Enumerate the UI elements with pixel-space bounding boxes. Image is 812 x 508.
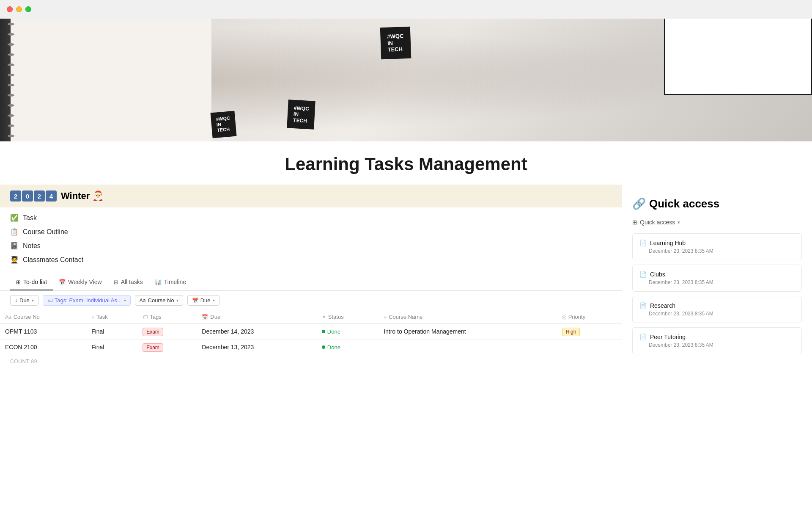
nav-item-classmates[interactable]: 🧑‍🎓 Classmates Contact xyxy=(0,253,622,267)
col-task[interactable]: ≡ Task xyxy=(86,310,137,324)
nav-item-notes[interactable]: 📓 Notes xyxy=(0,239,622,253)
cell-task-2: Final xyxy=(86,340,137,355)
col-course-name-icon: ≡ xyxy=(384,314,387,320)
left-panel: 2 0 2 4 Winter 🎅 ✅ Task 📋 Course Outline… xyxy=(0,185,622,508)
qa-card-title-peer-tutoring: 📄 Peer Tutoring xyxy=(639,334,795,340)
sticker-2: #WQCINTECH xyxy=(287,99,315,129)
qa-card-peer-tutoring[interactable]: 📄 Peer Tutoring December 23, 2023 8:35 A… xyxy=(632,327,802,354)
tab-weekly-label: Weekly View xyxy=(68,279,102,285)
col-tags-label: Tags xyxy=(150,314,161,320)
table-row[interactable]: ECON 2100 Final Exam December 13, 2023 D… xyxy=(0,340,622,355)
cell-course-name-2 xyxy=(379,340,557,355)
nav-item-course-outline[interactable]: 📋 Course Outline xyxy=(0,225,622,239)
col-course-name-label: Course Name xyxy=(389,314,422,320)
col-priority-label: Priority xyxy=(568,314,585,320)
calendar-icon: 📅 xyxy=(192,298,198,304)
cell-tags-1: Exam xyxy=(137,324,197,340)
qa-card-learning-hub[interactable]: 📄 Learning Hub December 23, 2023 8:35 AM xyxy=(632,233,802,260)
nav-items: ✅ Task 📋 Course Outline 📓 Notes 🧑‍🎓 Clas… xyxy=(0,207,622,270)
qa-title-learning-hub: Learning Hub xyxy=(650,240,686,246)
col-task-label: Task xyxy=(96,314,108,320)
qa-date-research: December 23, 2023 8:35 AM xyxy=(639,311,795,317)
qa-card-research[interactable]: 📄 Research December 23, 2023 8:35 AM xyxy=(632,296,802,323)
chevron-down-icon: ▾ xyxy=(32,298,34,303)
tasks-table: Aa Course No ≡ Task 🏷 xyxy=(0,310,622,355)
tab-timeline[interactable]: 📊 Timeline xyxy=(149,274,192,290)
tab-all-icon: ⊞ xyxy=(114,279,118,285)
qa-card-title-learning-hub: 📄 Learning Hub xyxy=(639,240,795,246)
notebook-decoration xyxy=(0,19,211,141)
qa-card-clubs[interactable]: 📄 Clubs December 23, 2023 8:35 AM xyxy=(632,265,802,292)
tab-weekly[interactable]: 📅 Weekly View xyxy=(53,274,108,290)
link-icon: 🔗 xyxy=(632,197,646,210)
doc-icon-peer-tutoring: 📄 xyxy=(639,334,647,340)
tab-todo[interactable]: ⊞ To-do list xyxy=(10,274,53,290)
table-container: Aa Course No ≡ Task 🏷 xyxy=(0,310,622,355)
tab-timeline-label: Timeline xyxy=(164,279,186,285)
col-course-name[interactable]: ≡ Course Name xyxy=(379,310,557,324)
tab-weekly-icon: 📅 xyxy=(59,279,66,285)
minimize-button[interactable] xyxy=(16,6,22,12)
nav-label-notes: Notes xyxy=(23,242,41,250)
cell-task-1: Final xyxy=(86,324,137,340)
qa-title-research: Research xyxy=(650,302,675,309)
count-value: 89 xyxy=(31,359,37,364)
sort-icon: ↓ xyxy=(15,298,17,304)
filter-bar: ↓ Due ▾ 🏷 Tags: Exam, Individual As... ▾… xyxy=(0,291,622,310)
year-digit-2: 0 xyxy=(22,190,33,202)
cell-status-2: Done xyxy=(317,340,379,355)
qa-title-clubs: Clubs xyxy=(650,271,665,278)
nav-item-task[interactable]: ✅ Task xyxy=(0,211,622,225)
cell-priority-2 xyxy=(557,340,622,355)
qa-title-peer-tutoring: Peer Tutoring xyxy=(650,334,686,340)
col-status-icon: ✦ xyxy=(322,314,326,320)
table-row[interactable]: OPMT 1103 Final Exam December 14, 2023 D… xyxy=(0,324,622,340)
qa-card-title-research: 📄 Research xyxy=(639,302,795,309)
cell-course-name-1: Intro to Operation Management xyxy=(379,324,557,340)
col-due[interactable]: 📅 Due xyxy=(197,310,316,324)
col-course-no-icon: Aa xyxy=(5,314,11,320)
filter-due-date-label: Due xyxy=(200,297,211,304)
titlebar xyxy=(0,0,812,19)
qa-section-header[interactable]: ⊞ Quick access ▾ xyxy=(632,217,802,227)
col-course-no[interactable]: Aa Course No xyxy=(0,310,86,324)
year-digit-3: 2 xyxy=(34,190,45,202)
cell-course-no-2: ECON 2100 xyxy=(0,340,86,355)
filter-due-sort[interactable]: ↓ Due ▾ xyxy=(10,295,38,306)
year-digit-4: 4 xyxy=(46,190,57,202)
doc-icon-research: 📄 xyxy=(639,302,647,309)
qa-section-label: Quick access xyxy=(640,219,675,226)
close-button[interactable] xyxy=(7,6,13,12)
col-priority[interactable]: ◎ Priority xyxy=(557,310,622,324)
sticker-3: #WQCINTECH xyxy=(380,27,411,59)
year-badges: 2 0 2 4 xyxy=(10,190,57,202)
count-row: COUNT 89 xyxy=(0,355,622,368)
main-content: 2 0 2 4 Winter 🎅 ✅ Task 📋 Course Outline… xyxy=(0,185,812,508)
qa-chevron-icon: ▾ xyxy=(678,220,680,225)
tab-all[interactable]: ⊞ All tasks xyxy=(108,274,149,290)
col-priority-icon: ◎ xyxy=(562,314,566,320)
filter-course-no-label: Course No xyxy=(148,297,174,304)
text-icon: Aa xyxy=(140,298,146,304)
filter-tags[interactable]: 🏷 Tags: Exam, Individual As... ▾ xyxy=(43,295,131,306)
chevron-down-icon-2: ▾ xyxy=(124,298,126,303)
col-status-label: Status xyxy=(328,314,344,320)
col-tags[interactable]: 🏷 Tags xyxy=(137,310,197,324)
nav-label-task: Task xyxy=(23,214,37,222)
chevron-down-icon-4: ▾ xyxy=(213,298,215,303)
filter-course-no[interactable]: Aa Course No ▾ xyxy=(135,295,183,306)
page-title: Learning Tasks Management xyxy=(0,141,812,185)
filter-due-date[interactable]: 📅 Due ▾ xyxy=(187,295,219,306)
cell-status-1: Done xyxy=(317,324,379,340)
col-status[interactable]: ✦ Status xyxy=(317,310,379,324)
tag-icon: 🏷 xyxy=(47,298,52,304)
cell-tags-2: Exam xyxy=(137,340,197,355)
maximize-button[interactable] xyxy=(25,6,31,12)
filter-tags-label: Tags: Exam, Individual As... xyxy=(55,297,122,304)
sticker-1: #WQCINTECH xyxy=(211,111,237,138)
tab-timeline-icon: 📊 xyxy=(155,279,162,285)
qa-card-title-clubs: 📄 Clubs xyxy=(639,271,795,278)
quick-access-heading: Quick access xyxy=(649,197,719,210)
col-due-icon: 📅 xyxy=(202,314,208,320)
col-tags-icon: 🏷 xyxy=(143,314,148,320)
